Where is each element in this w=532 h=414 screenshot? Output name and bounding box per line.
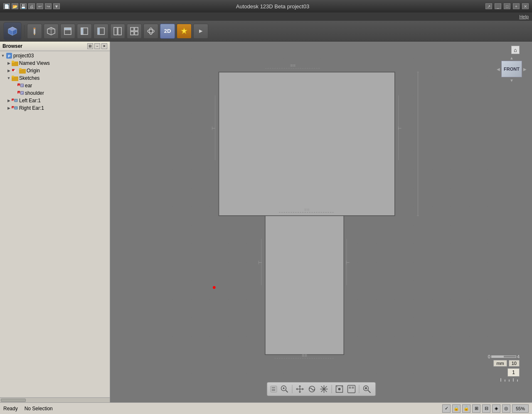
svg-rect-38 [20,84,24,87]
ruler-labels: 0 4 [488,354,520,359]
tree-item-project03[interactable]: ▼ P project03 [0,52,110,59]
svg-rect-16 [114,27,117,35]
orbit-button[interactable] [143,24,158,39]
tree-item-named-views[interactable]: ▶ Named Views [0,59,110,67]
viewcube-down-arrow[interactable]: ▼ [509,77,515,83]
tree-item-right-ear[interactable]: ▶ ✕ Right Ear:1 [0,104,110,112]
svg-line-73 [286,390,288,392]
helpbar: Help [0,12,532,21]
tree-arrow-left-ear: ▶ [6,98,12,104]
svg-point-22 [148,30,154,33]
print-button[interactable]: 🖨 [28,3,35,9]
status-material-icon[interactable]: ◎ [502,404,510,413]
svg-line-88 [368,390,370,393]
box-3d-icon [47,27,56,36]
titlebar-left: 📄 📂 💾 🖨 ↩ ↪ ▼ [3,3,60,9]
arrow-icon: ↗ [485,3,492,9]
side-view-icon [96,27,106,36]
home-view-button[interactable]: ⌂ [511,46,520,54]
tree-item-sketches[interactable]: ▼ Sketches [0,74,110,82]
btm-div3 [359,385,359,393]
sketch-star-button[interactable] [177,24,192,39]
browser-controls: ⊞ − ✕ [87,43,107,49]
browser-collapse-btn[interactable]: − [94,43,100,49]
browser-scroll-thumb[interactable] [1,399,26,402]
front-view-button[interactable] [77,24,92,39]
status-grid-icon[interactable]: ⊟ [482,404,490,413]
tree-item-shoulder[interactable]: ✕ shoulder [0,89,110,97]
tree-item-left-ear[interactable]: ▶ ✕ Left Ear:1 [0,97,110,104]
new-button[interactable]: 📄 [3,3,10,9]
tree-arrow-sketches: ▼ [6,75,12,81]
pencil-button[interactable] [27,24,42,39]
undo-button[interactable]: ↩ [37,3,43,9]
viewcube-nav: ▲ ◀ FRONT ▶ ▼ [495,55,528,83]
selection-label: No Selection [25,406,53,412]
project-icon: P [6,52,12,59]
maximize-button[interactable]: + [513,3,520,9]
more-button[interactable]: ▶ [193,24,208,39]
measure-display: 1 [507,368,520,377]
svg-rect-84 [347,385,355,393]
restore-button[interactable]: □ [504,3,510,9]
status-display-icon[interactable]: ◈ [492,404,500,413]
ruler-end-label: 4 [517,354,520,359]
move2-button[interactable] [318,384,329,394]
snap-button[interactable] [334,384,345,394]
orbit3-button[interactable] [306,384,317,394]
save-button[interactable]: 💾 [20,3,27,9]
redo-button[interactable]: ↪ [45,3,52,9]
status-layers-icon[interactable]: ⊞ [472,404,480,413]
shoulder-label: shoulder [25,90,44,96]
close-button[interactable]: ✕ [522,3,529,9]
status-lock-icon[interactable]: 🔒 [452,404,461,413]
viewcube-front-face[interactable]: FRONT [501,61,522,77]
move-icon [319,384,328,394]
svg-rect-85 [349,387,351,389]
dropdown-button[interactable]: ▼ [53,3,60,9]
browser-title: Browser [2,43,22,49]
svg-rect-43 [20,91,24,95]
view3-button[interactable] [346,384,357,394]
panel-view-button[interactable] [110,24,125,39]
svg-text:≡≡: ≡≡ [302,353,307,358]
svg-text:⊢: ⊢ [398,126,402,131]
status-check-icon[interactable]: ✓ [442,404,451,413]
svg-text:✕: ✕ [18,91,20,94]
browser-scrollbar[interactable] [0,397,110,402]
bottom-toolbar: ☰ [266,382,376,396]
svg-rect-20 [131,32,134,35]
view3-icon [347,384,356,394]
open-button[interactable]: 📂 [12,3,18,9]
svg-text:⊢: ⊢ [258,260,262,265]
status-label: Ready [3,406,18,412]
tree-arrow-project03: ▼ [0,53,6,59]
2d-button[interactable]: 2D [160,24,175,39]
svg-text:≡≡: ≡≡ [290,63,296,68]
viewcube-right-arrow[interactable]: ▶ [522,66,528,72]
zoom-button[interactable] [279,384,290,394]
pan-button[interactable] [294,384,305,394]
browser-close-btn[interactable]: ✕ [101,43,107,49]
ear-label: ear [25,83,32,89]
tree-item-origin[interactable]: ▶ ✕ Origin [0,67,110,74]
shoulder-sketch-icon: ✕ [17,90,24,96]
top-view-button[interactable] [60,24,75,39]
status-lock2-icon[interactable]: 🔓 [462,404,470,413]
help-label[interactable]: Help [519,14,529,19]
3d-cube-button[interactable] [3,22,22,40]
viewcube-up-arrow[interactable]: ▲ [509,55,515,61]
ruler-bar [491,355,516,358]
minimize-button[interactable]: _ [495,3,501,9]
tree-item-ear[interactable]: ✕ ear [0,82,110,89]
loupe-button[interactable] [361,384,372,394]
status-percent-icon[interactable]: 55% [512,404,529,413]
tick-ruler [499,378,520,382]
side-view-button[interactable] [94,24,108,39]
browser-grid-btn[interactable]: ⊞ [87,43,93,49]
sketches-label: Sketches [19,75,39,81]
ruler-start-label: 0 [488,354,490,359]
view-3d-button[interactable] [44,24,59,39]
browser-panel: Browser ⊞ − ✕ ▼ P project03 [0,42,110,402]
grid-view-button[interactable] [127,24,142,39]
